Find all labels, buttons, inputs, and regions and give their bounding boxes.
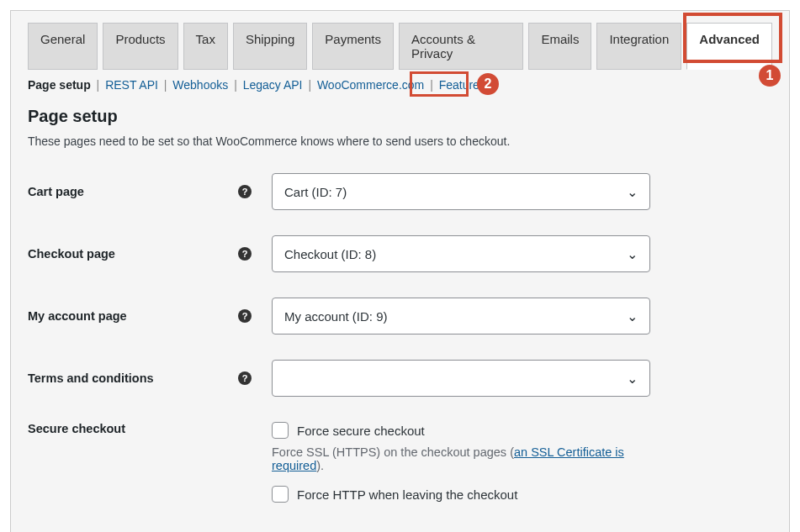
- help-terms[interactable]: ?: [238, 371, 272, 385]
- tab-emails[interactable]: Emails: [528, 23, 591, 70]
- subnav-webhooks[interactable]: Webhooks: [172, 78, 228, 92]
- select-terms[interactable]: ⌄: [272, 360, 650, 397]
- tab-advanced[interactable]: Advanced: [686, 23, 772, 70]
- subnav: Page setup | REST API | Webhooks | Legac…: [28, 78, 772, 92]
- question-icon: ?: [238, 309, 252, 323]
- help-checkout-page[interactable]: ?: [238, 247, 272, 261]
- question-icon: ?: [238, 247, 252, 261]
- row-cart-page: Cart page ? Cart (ID: 7) ⌄: [28, 173, 772, 210]
- select-my-account-page-value: My account (ID: 9): [284, 309, 388, 324]
- select-checkout-page[interactable]: Checkout (ID: 8) ⌄: [272, 235, 650, 272]
- chevron-down-icon: ⌄: [627, 371, 638, 387]
- chevron-down-icon: ⌄: [627, 184, 638, 200]
- tab-products[interactable]: Products: [103, 23, 177, 70]
- label-cart-page: Cart page: [28, 185, 238, 198]
- tab-integration[interactable]: Integration: [596, 23, 681, 70]
- settings-tabs: General Products Tax Shipping Payments A…: [28, 23, 772, 70]
- chevron-down-icon: ⌄: [627, 308, 638, 324]
- label-terms: Terms and conditions: [28, 371, 238, 385]
- tab-shipping[interactable]: Shipping: [233, 23, 307, 70]
- row-terms: Terms and conditions ? ⌄: [28, 360, 772, 397]
- label-force-secure: Force secure checkout: [297, 424, 425, 438]
- row-checkout-page: Checkout page ? Checkout (ID: 8) ⌄: [28, 235, 772, 272]
- row-my-account-page: My account page ? My account (ID: 9) ⌄: [28, 298, 772, 334]
- tab-tax[interactable]: Tax: [183, 23, 228, 70]
- question-icon: ?: [238, 371, 252, 385]
- page-description: These pages need to be set so that WooCo…: [28, 134, 772, 148]
- select-checkout-page-value: Checkout (ID: 8): [284, 247, 376, 261]
- checkbox-force-secure[interactable]: [272, 422, 289, 439]
- help-my-account-page[interactable]: ?: [238, 309, 272, 323]
- select-cart-page-value: Cart (ID: 7): [284, 185, 347, 199]
- subnav-legacy-api[interactable]: Legacy API: [243, 78, 303, 92]
- tab-general[interactable]: General: [28, 23, 98, 70]
- subnav-woocommerce[interactable]: WooCommerce.com: [317, 78, 424, 92]
- question-icon: ?: [238, 185, 252, 198]
- row-secure-checkout: Secure checkout Force secure checkout Fo…: [28, 422, 772, 509]
- label-force-http: Force HTTP when leaving the checkout: [297, 487, 517, 502]
- label-checkout-page: Checkout page: [28, 247, 238, 261]
- page-heading: Page setup: [28, 107, 772, 126]
- checkbox-force-http[interactable]: [272, 486, 289, 503]
- select-cart-page[interactable]: Cart (ID: 7) ⌄: [272, 173, 650, 210]
- label-my-account-page: My account page: [28, 309, 238, 323]
- hint-ssl: Force SSL (HTTPS) on the checkout pages …: [272, 445, 650, 472]
- help-cart-page[interactable]: ?: [238, 185, 272, 198]
- subnav-rest-api[interactable]: REST API: [105, 78, 158, 92]
- tab-accounts-privacy[interactable]: Accounts & Privacy: [399, 23, 523, 70]
- chevron-down-icon: ⌄: [627, 246, 638, 262]
- tab-payments[interactable]: Payments: [312, 23, 394, 70]
- annotation-badge-2: 2: [477, 73, 499, 95]
- label-secure-checkout: Secure checkout: [28, 422, 238, 435]
- subnav-page-setup[interactable]: Page setup: [28, 78, 91, 92]
- select-my-account-page[interactable]: My account (ID: 9) ⌄: [272, 298, 650, 334]
